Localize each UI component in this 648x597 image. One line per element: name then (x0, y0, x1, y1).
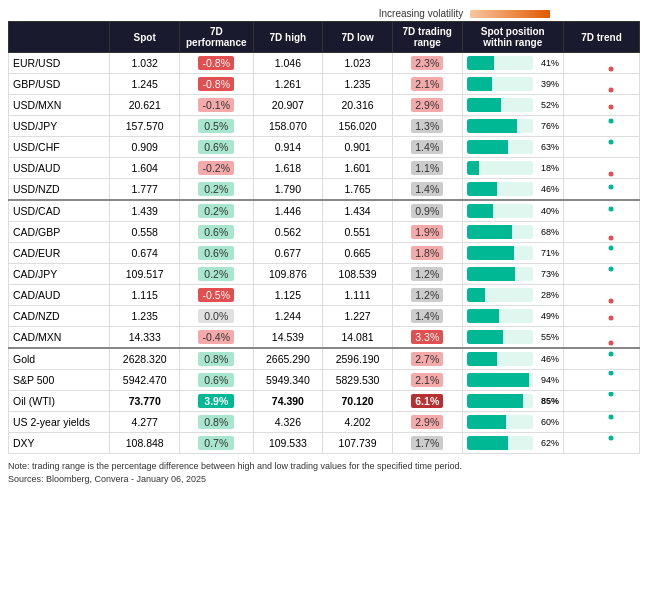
spot-bar-cell: 41% (462, 53, 563, 74)
low-value: 108.539 (323, 264, 393, 285)
low-value: 2596.190 (323, 348, 393, 370)
col-pair (9, 22, 110, 53)
table-row: GBP/USD 1.245 -0.8% 1.261 1.235 2.1% 39% (9, 74, 640, 95)
footer-note: Note: trading range is the percentage di… (8, 460, 640, 485)
perf-value: 3.9% (180, 391, 253, 412)
low-value: 1.227 (323, 306, 393, 327)
table-row: Gold 2628.320 0.8% 2665.290 2596.190 2.7… (9, 348, 640, 370)
spot-bar-cell: 63% (462, 137, 563, 158)
spot-value: 5942.470 (110, 370, 180, 391)
perf-value: 0.8% (180, 412, 253, 433)
spot-value: 1.235 (110, 306, 180, 327)
col-spot: Spot (110, 22, 180, 53)
pair-name: Oil (WTI) (9, 391, 110, 412)
high-value: 1.244 (253, 306, 323, 327)
perf-value: 0.2% (180, 264, 253, 285)
perf-value: 0.2% (180, 179, 253, 201)
perf-value: 0.7% (180, 433, 253, 454)
pair-name: GBP/USD (9, 74, 110, 95)
pair-name: USD/AUD (9, 158, 110, 179)
spot-bar-cell: 39% (462, 74, 563, 95)
low-value: 1.111 (323, 285, 393, 306)
perf-value: 0.6% (180, 243, 253, 264)
high-value: 1.618 (253, 158, 323, 179)
table-row: CAD/JPY 109.517 0.2% 109.876 108.539 1.2… (9, 264, 640, 285)
low-value: 20.316 (323, 95, 393, 116)
col-low: 7D low (323, 22, 393, 53)
svg-point-7 (609, 207, 614, 212)
range-value: 1.4% (392, 137, 462, 158)
spot-value: 1.245 (110, 74, 180, 95)
high-value: 1.125 (253, 285, 323, 306)
trend-cell (563, 74, 639, 95)
volatility-arrow (470, 10, 550, 18)
trend-cell (563, 264, 639, 285)
high-value: 20.907 (253, 95, 323, 116)
range-value: 1.1% (392, 158, 462, 179)
svg-point-6 (609, 185, 614, 190)
spot-value: 157.570 (110, 116, 180, 137)
range-value: 1.8% (392, 243, 462, 264)
svg-point-10 (609, 267, 614, 272)
trend-cell (563, 222, 639, 243)
trend-cell (563, 412, 639, 433)
table-row: S&P 500 5942.470 0.6% 5949.340 5829.530 … (9, 370, 640, 391)
high-value: 1.046 (253, 53, 323, 74)
perf-value: 0.5% (180, 116, 253, 137)
trend-cell (563, 179, 639, 201)
pair-name: CAD/GBP (9, 222, 110, 243)
svg-point-8 (609, 236, 614, 241)
spot-value: 0.674 (110, 243, 180, 264)
spot-bar-cell: 55% (462, 327, 563, 349)
volatility-label: Increasing volatility (379, 8, 463, 19)
low-value: 4.202 (323, 412, 393, 433)
header-row: Spot 7D performance 7D high 7D low 7D tr… (9, 22, 640, 53)
trend-cell (563, 53, 639, 74)
trend-cell (563, 285, 639, 306)
pair-name: CAD/NZD (9, 306, 110, 327)
range-value: 2.1% (392, 370, 462, 391)
pair-name: USD/CAD (9, 200, 110, 222)
perf-value: -0.8% (180, 74, 253, 95)
range-value: 6.1% (392, 391, 462, 412)
low-value: 0.551 (323, 222, 393, 243)
perf-value: -0.8% (180, 53, 253, 74)
low-value: 107.739 (323, 433, 393, 454)
spot-bar-cell: 76% (462, 116, 563, 137)
spot-value: 1.115 (110, 285, 180, 306)
high-value: 109.876 (253, 264, 323, 285)
spot-value: 14.333 (110, 327, 180, 349)
sources-text: Sources: Bloomberg, Convera - January 06… (8, 474, 206, 484)
range-value: 1.3% (392, 116, 462, 137)
spot-bar-cell: 46% (462, 179, 563, 201)
table-row: EUR/USD 1.032 -0.8% 1.046 1.023 2.3% 41% (9, 53, 640, 74)
spot-bar-cell: 94% (462, 370, 563, 391)
svg-point-16 (609, 392, 614, 397)
low-value: 70.120 (323, 391, 393, 412)
spot-value: 0.558 (110, 222, 180, 243)
svg-point-17 (609, 415, 614, 420)
svg-point-11 (609, 299, 614, 304)
spot-value: 2628.320 (110, 348, 180, 370)
high-value: 109.533 (253, 433, 323, 454)
trend-cell (563, 306, 639, 327)
trend-cell (563, 95, 639, 116)
spot-value: 1.604 (110, 158, 180, 179)
col-high: 7D high (253, 22, 323, 53)
range-value: 2.7% (392, 348, 462, 370)
table-row: CAD/EUR 0.674 0.6% 0.677 0.665 1.8% 71% (9, 243, 640, 264)
pair-name: EUR/USD (9, 53, 110, 74)
svg-point-2 (609, 105, 614, 110)
perf-value: -0.4% (180, 327, 253, 349)
table-row: CAD/GBP 0.558 0.6% 0.562 0.551 1.9% 68% (9, 222, 640, 243)
low-value: 1.023 (323, 53, 393, 74)
volatility-header: Increasing volatility (8, 8, 640, 19)
range-value: 1.4% (392, 306, 462, 327)
pair-name: CAD/EUR (9, 243, 110, 264)
col-spot-pos: Spot position within range (462, 22, 563, 53)
high-value: 1.446 (253, 200, 323, 222)
note-text: Note: trading range is the percentage di… (8, 461, 462, 471)
svg-point-14 (609, 352, 614, 357)
table-row: USD/NZD 1.777 0.2% 1.790 1.765 1.4% 46% (9, 179, 640, 201)
range-value: 2.3% (392, 53, 462, 74)
